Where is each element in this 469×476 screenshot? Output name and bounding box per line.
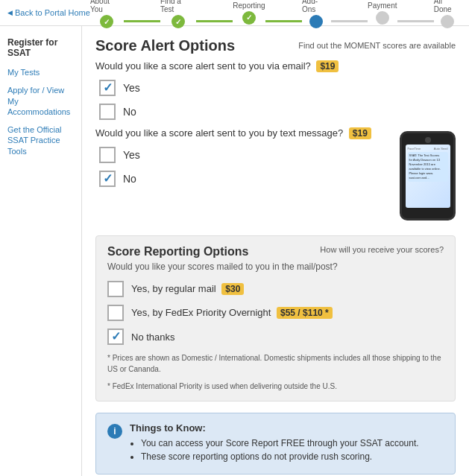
- email-no-checkbox[interactable]: [99, 104, 116, 120]
- step-all-done-circle: [441, 15, 454, 28]
- step-about-you-label: About You: [90, 0, 124, 13]
- step-addons-label: Add-Ons: [302, 0, 331, 13]
- score-reporting-title: Score Reporting Options: [107, 245, 248, 258]
- back-link[interactable]: Back to Portal Home: [7, 8, 90, 17]
- step-addons: Add-Ons: [302, 0, 331, 28]
- score-option-fedex-label: Yes, by FedEx Priority Overnight $55 / $…: [131, 307, 333, 319]
- step-find-test: Find a Test: [160, 0, 196, 28]
- sidebar-link-accommodations[interactable]: Apply for / View My Accommodations: [7, 85, 74, 117]
- phone-text-5: Please login www.: [409, 171, 433, 175]
- step-find-test-label: Find a Test: [160, 0, 196, 13]
- step-line-2: [196, 20, 233, 22]
- things-list: You can access your Score Report FREE th…: [130, 438, 419, 462]
- phone-screen: FaceTime Auto Send SSAT: The Test Scores…: [406, 145, 450, 208]
- score-option-mail-price: $30: [221, 283, 244, 295]
- step-find-test-circle: [171, 15, 185, 28]
- top-bar: Back to Portal Home About You Find a Tes…: [0, 0, 469, 26]
- main-content: Score Alert Options Find out the MOMENT …: [82, 26, 469, 476]
- step-reporting-circle: [242, 11, 256, 25]
- score-option-nothanks-checkbox[interactable]: [107, 329, 124, 345]
- text-no-row: No: [99, 171, 392, 187]
- score-option-fedex-checkbox[interactable]: [107, 305, 124, 321]
- step-about-you: About You: [90, 0, 124, 28]
- step-all-done: All Done: [434, 0, 462, 28]
- text-section: FaceTime Auto Send SSAT: The Test Scores…: [95, 127, 456, 220]
- score-option-mail-checkbox[interactable]: [107, 281, 124, 297]
- score-reporting-section: Score Reporting Options How will you rec…: [95, 235, 456, 402]
- step-line-3: [265, 20, 302, 22]
- score-option-fedex-row: Yes, by FedEx Priority Overnight $55 / $…: [107, 305, 444, 321]
- sidebar-link-my-tests[interactable]: My Tests: [7, 67, 74, 77]
- step-payment-circle: [376, 11, 389, 25]
- email-price-badge: $19: [316, 60, 339, 72]
- progress-steps: About You Find a Test Reporting Add-Ons …: [90, 0, 462, 28]
- sidebar-link-practice-tools[interactable]: Get the Official SSAT Practice Tools: [7, 124, 74, 156]
- things-bullet-2: These score reporting options do not pro…: [141, 451, 419, 462]
- email-question: Would you like a score alert sent to you…: [95, 60, 456, 72]
- phone-mockup: FaceTime Auto Send SSAT: The Test Scores…: [400, 131, 456, 220]
- phone-mockup-container: FaceTime Auto Send SSAT: The Test Scores…: [400, 131, 456, 220]
- step-payment: Payment: [368, 1, 397, 25]
- email-no-row: No: [99, 104, 456, 120]
- score-reporting-header: Score Reporting Options How will you rec…: [107, 245, 444, 258]
- email-no-label: No: [123, 106, 136, 118]
- score-option-mail-label: Yes, by regular mail $30: [131, 283, 244, 295]
- footnote-1: * Prices are shown as Domestic / Interna…: [107, 352, 444, 375]
- phone-text-6: ssat.com and...: [409, 176, 429, 180]
- page-header: Score Alert Options Find out the MOMENT …: [95, 37, 456, 50]
- sidebar-title: Register for SSAT: [7, 37, 74, 58]
- step-reporting-label: Reporting: [233, 1, 265, 10]
- step-line-4: [331, 20, 368, 22]
- text-yes-checkbox[interactable]: [99, 147, 116, 163]
- email-yes-checkbox[interactable]: [99, 80, 116, 96]
- phone-camera: [425, 137, 431, 143]
- score-option-nothanks-row: No thanks: [107, 329, 444, 345]
- step-line-1: [124, 20, 160, 22]
- score-reporting-desc: Would you like your scores mailed to you…: [107, 261, 444, 272]
- step-about-you-circle: [100, 15, 113, 28]
- step-addons-circle: [309, 15, 323, 28]
- score-option-nothanks-label: No thanks: [131, 331, 175, 343]
- phone-text-1: SSAT: The Test Scores: [409, 153, 440, 157]
- email-yes-row: Yes: [99, 80, 456, 96]
- things-title: Things to Know:: [130, 422, 419, 434]
- things-to-know: i Things to Know: You can access your Sc…: [95, 413, 456, 475]
- step-all-done-label: All Done: [434, 0, 462, 13]
- step-payment-label: Payment: [368, 1, 397, 10]
- phone-text-2: for Andy Dawson on 13: [409, 158, 440, 162]
- text-price-badge: $19: [349, 127, 371, 139]
- things-bullet-1: You can access your Score Report FREE th…: [141, 438, 419, 448]
- text-no-label: No: [123, 173, 136, 185]
- score-reporting-hint: How will you receive your scores?: [320, 245, 444, 254]
- things-content: Things to Know: You can access your Scor…: [130, 422, 419, 465]
- footnote-2: * FedEx International Priority is used w…: [107, 381, 444, 392]
- main-layout: Register for SSAT My Tests Apply for / V…: [0, 26, 469, 476]
- phone-text-3: November 2015 are: [409, 162, 435, 166]
- step-reporting: Reporting: [233, 1, 265, 25]
- text-no-checkbox[interactable]: [99, 171, 116, 187]
- text-yes-label: Yes: [123, 149, 140, 161]
- text-yes-row: Yes: [99, 147, 392, 163]
- phone-text-4: available to view online.: [409, 167, 441, 171]
- sidebar: Register for SSAT My Tests Apply for / V…: [0, 26, 82, 476]
- step-line-5: [397, 20, 434, 22]
- score-option-fedex-price: $55 / $110 *: [277, 307, 333, 319]
- info-icon: i: [107, 424, 122, 439]
- email-yes-label: Yes: [123, 82, 140, 94]
- score-option-mail-row: Yes, by regular mail $30: [107, 281, 444, 297]
